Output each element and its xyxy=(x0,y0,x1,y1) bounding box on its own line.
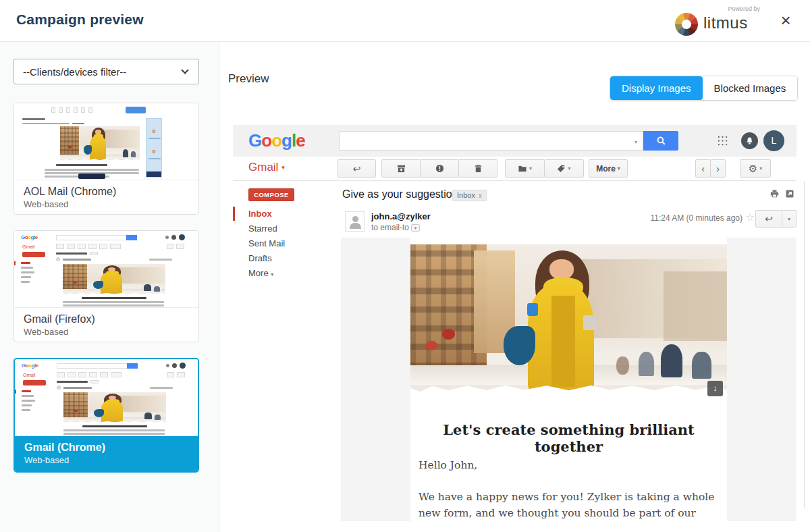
client-name: Gmail (Firefox) xyxy=(24,313,198,325)
gmail-preview-pane: Google ▾ L Gmail ▾ ↩ xyxy=(233,125,796,521)
print-icon xyxy=(770,189,780,201)
powered-by-label: Powered by xyxy=(728,5,760,12)
display-images-button[interactable]: Display Images xyxy=(610,76,703,100)
gmail-toolbar: Gmail ▾ ↩ ▾ ▾ More▾ ‹ › ⚙▾ xyxy=(233,157,796,181)
mini-hero-image xyxy=(63,392,166,423)
newer-conversation-button: ‹ xyxy=(695,159,711,178)
spam-icon xyxy=(435,164,444,173)
image-display-toggle: Display Images Blocked Images xyxy=(610,76,798,101)
tag-icon xyxy=(557,164,566,173)
message-subject: Give as your suggestion xyxy=(342,188,458,201)
preview-scrollbar-track xyxy=(804,181,805,508)
sender-address: john.a@zylker xyxy=(371,211,431,221)
client-card-gmail-firefox[interactable]: Google Gmail xyxy=(14,230,199,342)
message-timestamp: 11:24 AM (0 minutes ago) xyxy=(650,213,742,223)
client-card-label-selected: Gmail (Chrome) Web-based xyxy=(15,436,198,473)
gear-icon: ⚙ xyxy=(749,163,757,175)
gmail-header-bar: Google ▾ L xyxy=(233,125,796,157)
email-body-card: ↓ Let's create something brilliant toget… xyxy=(410,238,727,521)
inbox-active-bar xyxy=(233,207,235,221)
close-icon[interactable]: × xyxy=(776,11,795,30)
download-image-icon: ↓ xyxy=(707,381,723,396)
folder-icon xyxy=(518,164,527,173)
google-logo: Google xyxy=(248,130,305,151)
nav-item-inbox: Inbox xyxy=(248,209,272,219)
compose-button: COMPOSE xyxy=(248,188,294,201)
client-card-label: AOL Mail (Chrome) Web-based xyxy=(14,180,198,209)
star-icon: ☆ xyxy=(746,211,755,223)
email-paragraph: We have a happy news for you! Zylker is … xyxy=(418,489,720,521)
clients-devices-filter-dropdown[interactable]: --Clients/devices filter-- xyxy=(14,59,199,84)
gmail-menu-label: Gmail ▾ xyxy=(248,161,285,174)
search-options-caret-icon: ▾ xyxy=(634,139,637,145)
email-headline: Let's create something brilliant togethe… xyxy=(410,421,727,455)
email-greeting: Hello John, xyxy=(418,459,477,471)
message-sender-row: john.a@zylker to email-to▾ 11:24 AM (0 m… xyxy=(341,209,796,238)
gmail-search-input: ▾ xyxy=(339,131,643,151)
email-hero-image xyxy=(410,244,727,396)
inbox-label-chip: Inboxx xyxy=(452,190,487,201)
nav-item-sent-mail: Sent Mail xyxy=(248,238,285,248)
chevron-down-icon xyxy=(181,66,188,74)
caret-down-icon: ▾ xyxy=(271,271,273,277)
litmus-branding: Powered by litmus xyxy=(675,5,763,38)
delete-button xyxy=(458,159,497,178)
client-type: Web-based xyxy=(24,327,198,337)
account-avatar: L xyxy=(763,130,784,151)
client-type: Web-based xyxy=(24,455,198,465)
mini-hero-image xyxy=(60,126,140,161)
apps-grid-icon xyxy=(717,135,728,147)
nav-item-starred: Starred xyxy=(248,223,277,234)
preview-heading: Preview xyxy=(228,72,269,86)
page-title: Campaign preview xyxy=(16,11,144,28)
search-icon xyxy=(656,136,666,146)
filter-label: --Clients/devices filter-- xyxy=(23,66,126,78)
reply-arrow-icon: ↩ xyxy=(765,213,773,224)
move-to-button: ▾ xyxy=(505,159,545,178)
nav-item-more: More ▾ xyxy=(248,268,273,278)
mini-hero-image xyxy=(63,264,165,295)
more-button: More▾ xyxy=(589,159,628,178)
clients-sidebar: --Clients/devices filter-- 0 0 xyxy=(0,42,219,532)
report-spam-button xyxy=(420,159,459,178)
settings-button: ⚙▾ xyxy=(740,159,771,178)
client-thumbnail-gmail-firefox: Google Gmail xyxy=(14,231,198,308)
client-name: Gmail (Chrome) xyxy=(24,442,198,454)
gmail-message-area: Give as your suggestion Inboxx john.a@zy… xyxy=(341,181,796,521)
trash-icon xyxy=(474,164,483,173)
gmail-search-button xyxy=(643,131,678,151)
details-caret-icon: ▾ xyxy=(411,224,420,232)
gmail-nav-column: COMPOSE Inbox Starred Sent Mail Drafts M… xyxy=(233,181,341,521)
client-card-label: Gmail (Firefox) Web-based xyxy=(14,308,198,337)
blocked-images-button[interactable]: Blocked Images xyxy=(703,76,798,100)
open-in-new-window-icon xyxy=(785,189,794,201)
mini-ad-column: 0 0 xyxy=(146,118,162,178)
notifications-bell-icon xyxy=(741,132,758,149)
client-thumbnail-aol: 0 0 xyxy=(14,103,198,180)
message-subject-row: Give as your suggestion Inboxx xyxy=(341,181,796,209)
litmus-wordmark: litmus xyxy=(703,14,748,32)
client-card-gmail-chrome[interactable]: Google Gmail xyxy=(14,358,199,473)
client-thumbnail-gmail-chrome: Google Gmail xyxy=(15,359,198,436)
archive-button xyxy=(381,159,421,178)
more-message-actions-button: ▾ xyxy=(782,210,796,228)
reply-button: ↩ xyxy=(755,210,782,228)
client-card-aol-chrome[interactable]: 0 0 AOL Mail (Chrome) Web-based xyxy=(14,103,199,215)
back-to-inbox-button: ↩ xyxy=(338,159,376,178)
recipient-line: to email-to▾ xyxy=(371,223,420,232)
litmus-logo-icon xyxy=(675,13,698,36)
campaign-preview-dialog: Campaign preview Powered by litmus × --C… xyxy=(0,0,810,532)
labels-button: ▾ xyxy=(544,159,584,178)
nav-item-drafts: Drafts xyxy=(248,253,272,263)
conversation-background: ↓ Let's create something brilliant toget… xyxy=(341,238,796,521)
caret-down-icon: ▾ xyxy=(281,164,285,171)
sender-avatar-placeholder xyxy=(345,211,365,232)
chip-remove-icon: x xyxy=(479,192,482,199)
reply-controls: ↩ ▾ xyxy=(755,210,796,228)
dialog-header: Campaign preview Powered by litmus × xyxy=(0,0,810,42)
client-name: AOL Mail (Chrome) xyxy=(24,186,198,198)
client-type: Web-based xyxy=(24,199,198,209)
older-conversation-button: › xyxy=(710,159,726,178)
archive-icon xyxy=(397,164,406,173)
